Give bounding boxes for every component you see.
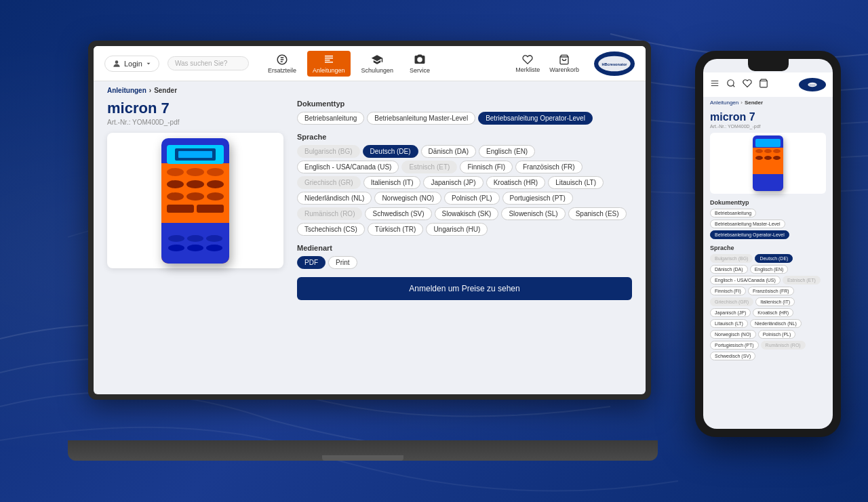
nav-anleitungen[interactable]: Anleitungen [307, 51, 351, 77]
filter-dokumenttyp: Dokumenttyp Betriebsanleitung Betriebsan… [297, 100, 632, 125]
login-label: Login [124, 60, 142, 68]
tag-master-level[interactable]: Betriebsanleitung Master-Level [367, 112, 475, 125]
tag-polnisch[interactable]: Polnisch (PL) [444, 192, 499, 205]
tag-tuerkisch[interactable]: Türkisch (TR) [368, 223, 424, 236]
tag-niederlaendisch[interactable]: Niederländisch (NL) [297, 192, 372, 205]
tag-operator-level[interactable]: Betriebsanleitung Operator-Level [478, 112, 593, 125]
phone-tag-estnisch[interactable]: Estnisch (ET) [783, 276, 821, 285]
phone-sprache-tags: Bulgarisch (BG) Deutsch (DE) Dänisch (DA… [710, 254, 826, 360]
tag-franzoesisch[interactable]: Französisch (FR) [515, 161, 583, 173]
tag-japanisch[interactable]: Japanisch (JP) [423, 176, 483, 189]
product-image-box [107, 133, 283, 268]
phone-nav: HBcresonator [703, 72, 833, 97]
svg-line-8 [733, 85, 735, 87]
phone-tag-bulgarisch[interactable]: Bulgarisch (BG) [710, 254, 753, 263]
phone-tag-finnisch[interactable]: Finnisch (FI) [710, 287, 746, 295]
medienart-tags: PDF Print [297, 256, 632, 269]
merkliste-label: Merkliste [515, 66, 540, 73]
tag-schwedisch[interactable]: Schwedisch (SV) [365, 207, 431, 220]
tag-englisch[interactable]: Englisch (EN) [479, 145, 535, 158]
tag-slowenisch[interactable]: Slowenisch (SL) [501, 207, 565, 220]
tag-deutsch[interactable]: Deutsch (DE) [363, 145, 418, 158]
ersatzteile-label: Ersatzteile [268, 67, 296, 74]
warenkorb-button[interactable]: Warenkorb [549, 54, 579, 73]
phone-dokumenttyp-label: Dokumenttyp [710, 199, 826, 206]
phone-tag-litauisch[interactable]: Litauisch (LT) [710, 319, 748, 328]
phone-cart-icon[interactable] [759, 79, 768, 91]
tag-ungarisch[interactable]: Ungarisch (HU) [426, 223, 488, 236]
phone-tag-englisch[interactable]: Englisch (EN) [750, 265, 789, 274]
phone-tag-portugiesisch[interactable]: Portugiesisch (PT) [710, 341, 759, 350]
filter-sprache-label: Sprache [297, 133, 632, 141]
phone-tag-englisch-us[interactable]: Englisch - USA/Canada (US) [710, 276, 781, 285]
tag-tschechisch[interactable]: Tschechisch (CS) [297, 223, 365, 236]
phone-tag-master-level[interactable]: Betriebsanleitung Master-Level [710, 219, 785, 228]
phone-tag-griechisch[interactable]: Griechisch (GR) [710, 297, 753, 306]
nav-schulungen[interactable]: Schulungen [356, 51, 399, 77]
tag-pdf[interactable]: PDF [297, 256, 326, 269]
tag-bulgarisch[interactable]: Bulgarisch (BG) [297, 145, 360, 158]
phone-tag-niederlaendisch[interactable]: Niederländisch (NL) [750, 319, 802, 328]
tag-norwegisch[interactable]: Norwegisch (NO) [374, 192, 441, 205]
product-sku: Art.-Nr.: YOM400D_-pdf [107, 119, 283, 126]
phone-tag-operator-level[interactable]: Betriebsanleitung Operator-Level [710, 230, 789, 239]
nav-service[interactable]: Service [404, 51, 435, 77]
sprache-tags: Bulgarisch (BG) Deutsch (DE) Dänisch (DA… [297, 145, 632, 236]
phone-tag-norwegisch[interactable]: Norwegisch (NO) [710, 330, 756, 339]
tag-griechisch[interactable]: Griechisch (GR) [297, 176, 361, 189]
phone-logo: HBcresonator [799, 78, 826, 91]
tag-litauisch[interactable]: Litauisch (LT) [548, 176, 604, 189]
tag-daenisch[interactable]: Dänisch (DA) [421, 145, 476, 158]
login-button[interactable]: Login [104, 56, 159, 72]
tag-italienisch[interactable]: Italienisch (IT) [363, 176, 421, 189]
phone-tag-rumaenisch[interactable]: Rumänisch (RO) [761, 341, 806, 350]
tag-slowakisch[interactable]: Slowakisch (SK) [435, 207, 499, 220]
phone-menu-icon[interactable] [710, 79, 719, 91]
tag-kroatisch[interactable]: Kroatisch (HR) [486, 176, 546, 189]
tag-estnisch[interactable]: Estnisch (ET) [401, 161, 457, 173]
warenkorb-label: Warenkorb [549, 66, 579, 73]
main-content: micron 7 Art.-Nr.: YOM400D_-pdf [94, 100, 646, 394]
tag-englisch-us[interactable]: Englisch - USA/Canada (US) [297, 161, 399, 173]
phone-tag-deutsch[interactable]: Deutsch (DE) [755, 254, 793, 263]
phone-search-icon[interactable] [726, 79, 736, 91]
phone-tag-daenisch[interactable]: Dänisch (DA) [710, 265, 748, 274]
tag-betriebsanleitung[interactable]: Betriebsanleitung [297, 112, 364, 125]
dokumenttyp-tags: Betriebsanleitung Betriebsanleitung Mast… [297, 112, 632, 125]
phone-product-image-box [710, 133, 826, 194]
phone-tag-betriebsanleitung[interactable]: Betriebsanleitung [710, 209, 756, 217]
phone-tag-japanisch[interactable]: Japanisch (JP) [710, 308, 751, 317]
phone: HBcresonator Anleitungen › Sender micron… [695, 51, 841, 437]
product-title: micron 7 [107, 100, 283, 117]
svg-point-7 [728, 80, 734, 86]
breadcrumb-parent: Anleitungen [107, 87, 146, 94]
cta-button[interactable]: Anmelden um Preise zu sehen [297, 277, 632, 300]
phone-content: HBcresonator Anleitungen › Sender micron… [703, 59, 833, 429]
phone-sprache-label: Sprache [710, 245, 826, 251]
filter-dokumenttyp-label: Dokumenttyp [297, 100, 632, 108]
search-input[interactable]: Was suchen Sie? [167, 56, 249, 70]
tag-spanisch[interactable]: Spanisch (ES) [568, 207, 627, 220]
nav-ersatzteile[interactable]: Ersatzteile [262, 51, 302, 77]
phone-tag-franzoesisch[interactable]: Französisch (FR) [748, 287, 794, 295]
merkliste-button[interactable]: Merkliste [515, 54, 540, 73]
laptop: Login Was suchen Sie? Ersatzteile [68, 41, 658, 461]
service-label: Service [410, 67, 430, 74]
tag-print[interactable]: Print [328, 256, 357, 269]
filter-medienart: Medienart PDF Print [297, 244, 632, 269]
product-section: micron 7 Art.-Nr.: YOM400D_-pdf [107, 100, 283, 388]
nav-logo: HBcresonator [594, 51, 635, 76]
tag-finnisch[interactable]: Finnisch (FI) [460, 161, 513, 173]
schulungen-label: Schulungen [361, 67, 394, 74]
tag-portugiesisch[interactable]: Portugiesisch (PT) [502, 192, 573, 205]
phone-tag-italienisch[interactable]: Italienisch (IT) [755, 297, 795, 306]
phone-tag-kroatisch[interactable]: Kroatisch (HR) [753, 308, 793, 317]
filter-medienart-label: Medienart [297, 244, 632, 252]
phone-tag-schwedisch[interactable]: Schwedisch (SV) [710, 352, 755, 360]
phone-tag-polnisch[interactable]: Polnisch (PL) [758, 330, 796, 339]
phone-breadcrumb: Anleitungen › Sender [703, 97, 833, 108]
phone-heart-icon[interactable] [743, 79, 752, 91]
svg-point-0 [115, 60, 119, 64]
tag-rumaenisch[interactable]: Rumänisch (RO) [297, 207, 362, 220]
phone-product-image [753, 135, 783, 191]
